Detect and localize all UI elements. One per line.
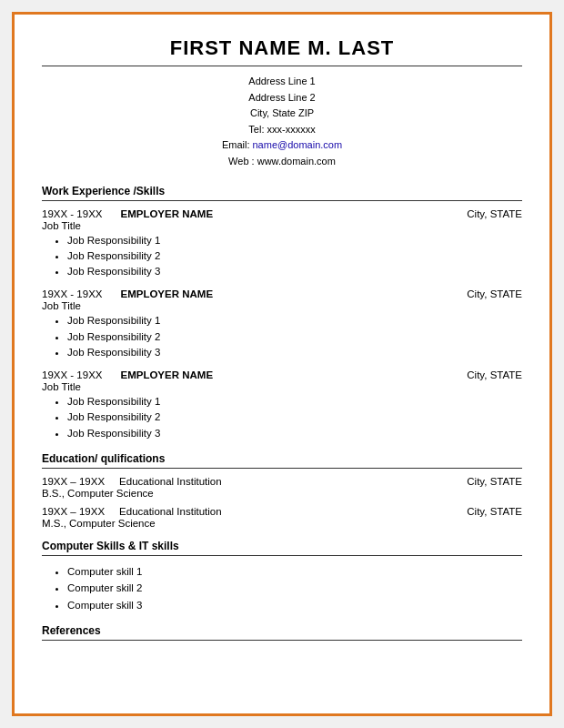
resume-container: FIRST NAME M. LAST Address Line 1 Addres… [12,12,552,716]
education-section: Education/ qulifications 19XX – 19XX Edu… [42,452,522,529]
employer-3: EMPLOYER NAME [120,369,213,380]
address-line2: Address Line 2 [42,90,522,106]
work-city-2: City, STATE [467,288,522,299]
work-left-1: 19XX - 19XX EMPLOYER NAME [42,208,213,219]
job-title-3: Job Title [42,381,522,392]
work-header-2: 19XX - 19XX EMPLOYER NAME City, STATE [42,288,522,299]
work-dates-1: 19XX - 19XX [42,208,102,219]
email-link[interactable]: name@domain.com [253,139,343,150]
list-item: Computer skill 2 [67,580,522,596]
list-item: Job Responsibility 3 [67,345,522,360]
references-section: References [42,624,522,641]
address-line1: Address Line 1 [42,74,522,90]
job-title-1: Job Title [42,220,522,231]
work-section: Work Experience /Skills 19XX - 19XX EMPL… [42,185,522,441]
employer-2: EMPLOYER NAME [120,288,213,299]
edu-entry-1: 19XX – 19XX Educational Institution City… [42,476,522,499]
computer-skills-divider [42,555,522,556]
list-item: Job Responsibility 2 [67,410,522,425]
work-header-1: 19XX - 19XX EMPLOYER NAME City, STATE [42,208,522,219]
list-item: Job Responsibility 3 [67,426,522,441]
edu-header-1: 19XX – 19XX Educational Institution City… [42,476,522,487]
work-entry-2: 19XX - 19XX EMPLOYER NAME City, STATE Jo… [42,288,522,360]
education-section-title: Education/ qulifications [42,452,522,465]
email-label: Email: [222,139,250,150]
employer-1: EMPLOYER NAME [120,208,213,219]
job-title-2: Job Title [42,300,522,311]
work-divider [42,200,522,201]
list-item: Job Responsibility 2 [67,248,522,264]
responsibilities-2: Job Responsibility 1 Job Responsibility … [67,313,522,360]
edu-institution-2: Educational Institution [119,506,222,517]
name-divider [42,66,522,66]
list-item: Computer skill 3 [67,597,522,613]
email-line: Email: name@domain.com [42,137,522,154]
web-line: Web : www.domain.com [42,154,522,170]
references-divider [42,640,522,641]
work-city-1: City, STATE [467,208,522,219]
edu-city-2: City, STATE [467,506,522,517]
work-entry-1: 19XX - 19XX EMPLOYER NAME City, STATE Jo… [42,208,522,280]
web-value: www.domain.com [257,156,336,167]
resume-name: FIRST NAME M. LAST [42,36,522,60]
edu-left-1: 19XX – 19XX Educational Institution [42,476,222,487]
education-divider [42,468,522,469]
edu-degree-1: B.S., Computer Science [42,488,522,499]
edu-institution-1: Educational Institution [119,476,222,487]
edu-degree-2: M.S., Computer Science [42,518,522,529]
work-dates-2: 19XX - 19XX [42,288,102,299]
skills-list: Computer skill 1 Computer skill 2 Comput… [67,563,522,613]
computer-skills-section: Computer Skills & IT skills Computer ski… [42,540,522,613]
responsibilities-3: Job Responsibility 1 Job Responsibility … [67,394,522,441]
list-item: Computer skill 1 [67,563,522,580]
list-item: Job Responsibility 1 [67,233,522,248]
list-item: Job Responsibility 1 [67,313,522,329]
web-label: Web : [228,156,255,167]
city-state-zip: City, State ZIP [42,106,522,122]
edu-header-2: 19XX – 19XX Educational Institution City… [42,506,522,517]
work-entry-3: 19XX - 19XX EMPLOYER NAME City, STATE Jo… [42,369,522,441]
work-section-title: Work Experience /Skills [42,185,522,197]
list-item: Job Responsibility 1 [67,394,522,410]
work-left-2: 19XX - 19XX EMPLOYER NAME [42,288,213,299]
work-city-3: City, STATE [467,369,522,380]
work-left-3: 19XX - 19XX EMPLOYER NAME [42,369,213,380]
edu-dates-1: 19XX – 19XX [42,476,105,487]
computer-skills-title: Computer Skills & IT skills [42,540,522,552]
list-item: Job Responsibility 3 [67,264,522,279]
tel: Tel: xxx-xxxxxx [42,122,522,138]
work-header-3: 19XX - 19XX EMPLOYER NAME City, STATE [42,369,522,380]
contact-info: Address Line 1 Address Line 2 City, Stat… [42,74,522,170]
edu-entry-2: 19XX – 19XX Educational Institution City… [42,506,522,529]
edu-left-2: 19XX – 19XX Educational Institution [42,506,222,517]
responsibilities-1: Job Responsibility 1 Job Responsibility … [67,233,522,280]
edu-city-1: City, STATE [467,476,522,487]
references-title: References [42,624,522,637]
list-item: Job Responsibility 2 [67,329,522,345]
edu-dates-2: 19XX – 19XX [42,506,105,517]
work-dates-3: 19XX - 19XX [42,369,102,380]
